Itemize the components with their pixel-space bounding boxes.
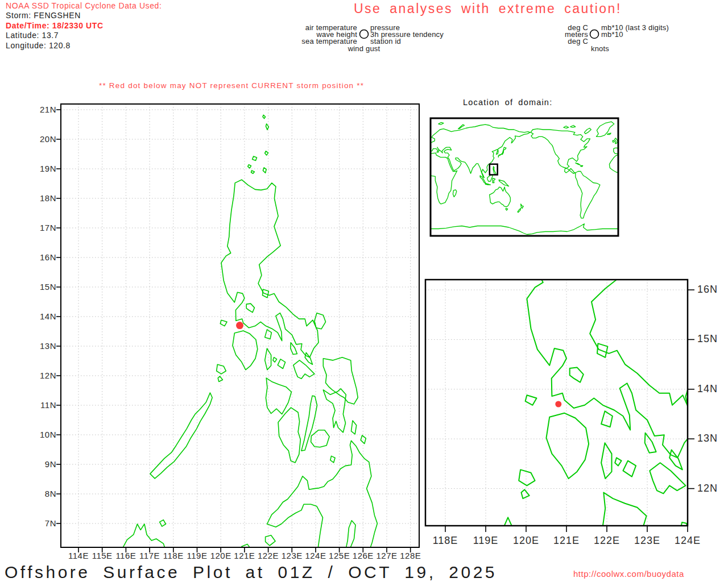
storm-position-warning: ** Red dot below may NOT represent CURRE… [99,81,364,90]
storm-latitude-line: Latitude: 13.7 [6,31,162,40]
main-map-lon-label: 124E [303,551,328,560]
storm-position-dot [236,322,243,329]
tendency-units-label: mb*10 [601,31,623,38]
main-map-lon-label: 128E [398,551,423,560]
main-map-lon-label: 126E [350,551,375,560]
main-map-lat-label: 12N [27,371,56,380]
zoom-inset-lon-label: 118E [428,535,462,547]
units-circle-icon [588,28,601,40]
zoom-inset-lon-label: 119E [469,535,503,547]
storm-info-block: NOAA SSD Tropical Cyclone Data Used: Sto… [6,1,162,51]
zoom-inset-lat-label: 16N [697,284,728,296]
offshore-surface-plot: NOAA SSD Tropical Cyclone Data Used: Sto… [0,0,728,582]
main-map-lat-label: 7N [27,518,56,528]
main-map-lon-label: 120E [208,551,233,560]
zoom-inset-lat-label: 12N [697,483,728,494]
main-map-lat-label: 11N [27,400,56,410]
main-map-lon-label: 123E [279,551,304,560]
zoom-inset-lon-label: 120E [509,535,543,547]
plot-title: Offshore Surface Plot at 01Z / OCT 19, 2… [5,563,497,582]
main-map-lat-label: 19N [27,164,56,173]
main-map-lat-label: 10N [27,430,56,439]
storm-datetime-line: Date/Time: 18/2330 UTC [6,21,162,31]
main-map-lon-label: 119E [184,551,209,560]
storm-longitude-line: Longitude: 120.8 [6,41,162,51]
world-inset-map [431,118,618,236]
sea-temperature-label: sea temperature [239,38,357,45]
zoom-inset-lon-label: 124E [671,535,705,547]
source-url: http://coolwx.com/buoydata [573,569,684,579]
storm-position-dot [555,401,561,408]
main-map-lat-label: 20N [27,134,56,144]
wind-gust-label: wind gust [329,45,399,52]
zoom-inset-lon-label: 121E [549,535,584,547]
zoom-inset-lat-label: 13N [697,433,728,444]
sea-temp-units-label: deg C [512,38,588,45]
zoom-inset-lon-label: 122E [590,535,624,547]
main-map-lat-label: 16N [27,252,56,262]
main-map-lon-label: 115E [90,551,115,560]
main-map-lon-label: 121E [232,551,257,560]
main-map [61,104,419,547]
main-map-lat-label: 18N [27,193,56,203]
main-map-lat-label: 21N [27,105,56,114]
zoom-inset-map [425,280,688,526]
wind-units-label: knots [566,45,634,52]
main-map-lat-label: 14N [27,311,56,321]
caution-banner: Use analyses with extreme caution! [354,1,622,16]
zoom-inset-lat-label: 15N [697,333,728,345]
zoom-inset-lat-label: 14N [697,383,728,395]
main-map-lon-label: 116E [113,551,138,560]
main-map-lon-label: 114E [66,551,91,560]
station-circle-icon [358,28,370,40]
domain-inset-title: Location of domain: [463,98,552,107]
main-map-lat-label: 13N [27,341,56,351]
zoom-inset-lon-label: 123E [630,535,664,547]
main-map-lon-label: 118E [161,551,186,560]
storm-name-line: Storm: FENGSHEN [6,11,162,20]
main-map-lat-label: 17N [27,223,56,232]
main-map-lat-label: 15N [27,282,56,292]
main-map-lon-label: 117E [137,551,162,560]
main-map-lat-label: 9N [27,459,56,469]
main-map-lon-label: 122E [256,551,281,560]
main-map-lon-label: 125E [327,551,352,560]
data-source-line: NOAA SSD Tropical Cyclone Data Used: [6,1,162,11]
main-map-lon-label: 127E [374,551,399,560]
main-map-lat-label: 8N [27,489,56,498]
